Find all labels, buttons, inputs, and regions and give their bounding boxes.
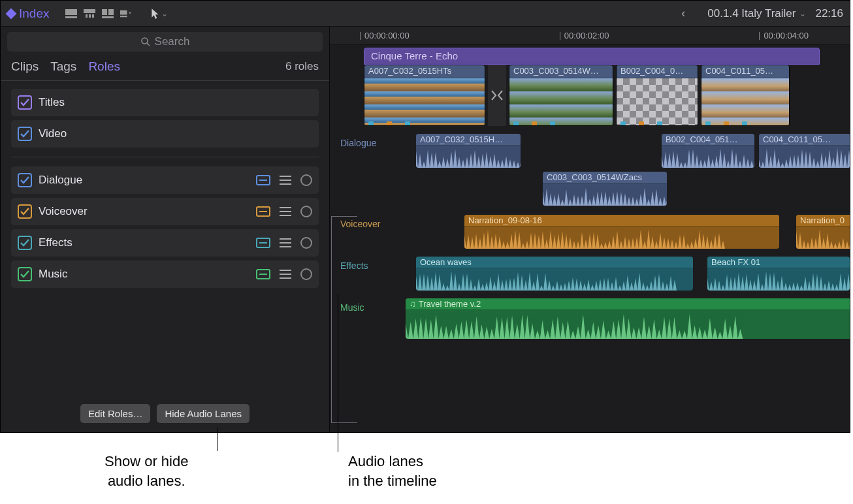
index-tabs: Clips Tags Roles 6 roles: [1, 57, 329, 81]
clip-name: Narration_09-08-16: [464, 215, 779, 227]
music-note-icon: ♫: [410, 299, 416, 309]
solo-toggle-icon[interactable]: [300, 206, 312, 217]
annotation-leader-line: [338, 294, 338, 452]
lane-toggle-icon[interactable]: [256, 269, 270, 279]
search-icon: [140, 37, 151, 47]
sidebar-footer: Edit Roles… Hide Audio Lanes: [1, 398, 329, 432]
role-label: Dialogue: [39, 174, 249, 187]
storyline-title[interactable]: Cinque Terre - Echo: [364, 48, 820, 65]
index-button[interactable]: Index: [7, 7, 49, 21]
project-duration: 22:16: [815, 7, 843, 20]
role-row-titles[interactable]: Titles: [11, 89, 319, 116]
video-clip[interactable]: C004_C011_05…: [701, 65, 790, 126]
time-ruler[interactable]: 00:00:00:00 00:00:02:00 00:00:04:00: [330, 27, 850, 45]
lane-label: Dialogue: [336, 133, 399, 153]
tab-roles[interactable]: Roles: [88, 59, 120, 74]
transition-icon[interactable]: [488, 65, 506, 126]
lane-toggle-icon[interactable]: [256, 206, 270, 217]
search-placeholder: Search: [155, 35, 190, 48]
audio-lane-music: Music ♫Travel theme v.2: [336, 297, 850, 344]
role-checkbox[interactable]: [18, 267, 32, 281]
appearance-icon-3[interactable]: [100, 7, 116, 21]
svg-rect-9: [120, 10, 127, 14]
solo-toggle-icon[interactable]: [300, 237, 312, 249]
role-checkbox[interactable]: [18, 236, 32, 250]
clip-name: Ocean waves: [416, 257, 693, 268]
audio-clip[interactable]: Ocean waves: [416, 257, 693, 291]
audio-clip[interactable]: A007_C032_0515H…: [416, 134, 521, 168]
clip-name: Narration_0: [796, 215, 850, 227]
tab-clips[interactable]: Clips: [11, 59, 39, 74]
timeline[interactable]: 00:00:00:00 00:00:02:00 00:00:04:00 Cinq…: [330, 27, 850, 432]
audio-clip[interactable]: Narration_09-08-16: [464, 215, 779, 249]
ruler-tick: 00:00:02:00: [564, 31, 609, 40]
role-checkbox[interactable]: [18, 95, 32, 110]
audio-clip[interactable]: Narration_0: [796, 215, 850, 249]
solo-toggle-icon[interactable]: [300, 174, 312, 186]
audio-clip[interactable]: Beach FX 01: [707, 257, 850, 291]
lane-label: Effects: [336, 255, 399, 276]
role-row-effects[interactable]: Effects: [11, 229, 319, 257]
audio-clip[interactable]: ♫Travel theme v.2: [406, 298, 850, 339]
video-clip[interactable]: A007_C032_0515HTs: [364, 65, 485, 126]
clip-name: A007_C032_0515H…: [416, 134, 521, 146]
role-row-voiceover[interactable]: Voiceover: [11, 198, 319, 225]
role-checkbox[interactable]: [18, 204, 32, 219]
audio-clip[interactable]: C003_C003_0514WZacs: [543, 172, 667, 206]
role-checkbox[interactable]: [18, 127, 32, 141]
select-tool-dropdown[interactable]: ⌄: [151, 8, 168, 20]
svg-rect-0: [65, 9, 77, 15]
primary-storyline: Cinque Terre - Echo A007_C032_0515HTsC00…: [332, 48, 850, 126]
clip-name: ♫Travel theme v.2: [406, 298, 850, 310]
lane-label: Music: [336, 297, 399, 318]
clip-name: C003_C003_0514WZacs: [543, 172, 667, 183]
appearance-button-group: [63, 7, 134, 21]
audio-clip[interactable]: C004_C011_05…: [759, 134, 850, 168]
search-input[interactable]: Search: [7, 32, 323, 52]
svg-rect-7: [108, 9, 114, 15]
appearance-icon-1[interactable]: [63, 7, 79, 21]
hide-audio-lanes-button[interactable]: Hide Audio Lanes: [157, 404, 249, 423]
app-window: Index ⌄ ‹ 00.1.4 Italy Trailer ⌄ 22:16: [0, 0, 850, 433]
appearance-icon-4[interactable]: [118, 7, 134, 21]
subrole-list-icon[interactable]: [280, 270, 291, 279]
project-title: 00.1.4 Italy Trailer: [707, 7, 796, 20]
project-title-dropdown[interactable]: 00.1.4 Italy Trailer ⌄: [707, 7, 806, 20]
lane-track[interactable]: ♫Travel theme v.2: [399, 297, 850, 336]
ruler-tick: 00:00:00:00: [364, 31, 410, 40]
video-clip[interactable]: C003_C003_0514W…: [509, 65, 613, 126]
svg-rect-6: [102, 9, 107, 15]
lane-track[interactable]: Narration_09-08-16Narration_0: [399, 213, 850, 253]
clip-name: C004_C011_05…: [759, 134, 850, 146]
solo-toggle-icon[interactable]: [300, 268, 312, 280]
clip-name: C003_C003_0514W…: [509, 65, 613, 78]
clip-name: C004_C011_05…: [701, 65, 789, 78]
lane-track[interactable]: A007_C032_0515H…B002_C004_051…C004_C011_…: [399, 133, 850, 172]
role-row-video[interactable]: Video: [11, 120, 319, 148]
role-checkbox[interactable]: [18, 173, 32, 187]
audio-clip[interactable]: B002_C004_051…: [662, 134, 754, 168]
lane-track[interactable]: Ocean wavesBeach FX 01: [399, 255, 850, 294]
svg-rect-4: [89, 14, 91, 18]
history-back-icon[interactable]: ‹: [681, 7, 698, 20]
svg-rect-10: [120, 16, 127, 17]
subrole-list-icon[interactable]: [280, 207, 291, 216]
video-clip[interactable]: B002_C004_0…: [616, 65, 698, 126]
role-row-dialogue[interactable]: Dialogue: [11, 166, 319, 194]
clip-name: B002_C004_0…: [617, 65, 698, 78]
subrole-list-icon[interactable]: [280, 176, 291, 185]
role-label: Music: [39, 268, 249, 281]
lane-toggle-icon[interactable]: [256, 175, 270, 185]
svg-rect-3: [86, 14, 88, 18]
tab-tags[interactable]: Tags: [50, 59, 76, 74]
svg-rect-1: [65, 16, 77, 18]
lane-toggle-icon[interactable]: [256, 238, 270, 248]
clip-name: A007_C032_0515HTs: [364, 65, 485, 78]
subrole-list-icon[interactable]: [280, 238, 291, 247]
appearance-icon-2[interactable]: [82, 7, 97, 21]
timeline-body[interactable]: Cinque Terre - Echo A007_C032_0515HTsC00…: [330, 45, 850, 432]
lane-label: Voiceover: [336, 213, 399, 234]
role-row-music[interactable]: Music: [11, 260, 319, 288]
role-label: Titles: [39, 96, 312, 109]
edit-roles-button[interactable]: Edit Roles…: [80, 404, 150, 423]
